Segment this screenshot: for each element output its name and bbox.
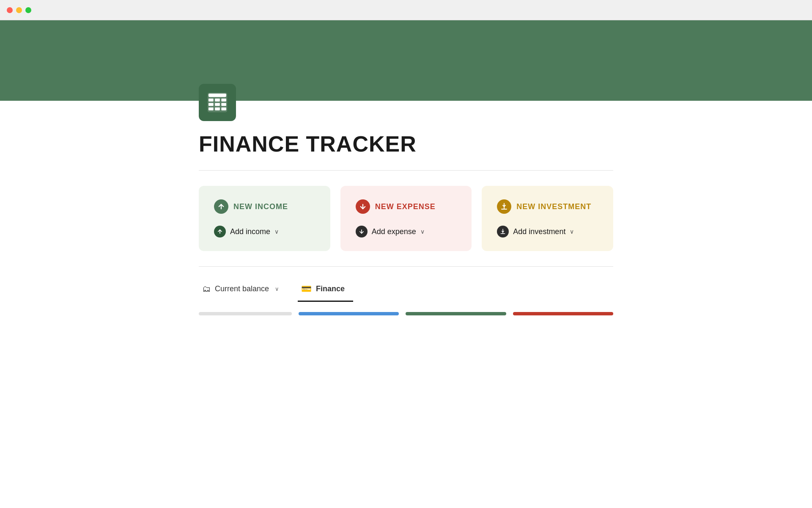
add-investment-label: Add investment bbox=[513, 227, 565, 236]
divider-top bbox=[199, 170, 613, 171]
add-investment-icon bbox=[497, 226, 509, 237]
svg-rect-7 bbox=[221, 103, 226, 106]
tab-finance[interactable]: 💳 Finance bbox=[298, 279, 353, 302]
income-card-title: NEW INCOME bbox=[233, 202, 288, 211]
close-button[interactable] bbox=[7, 7, 13, 13]
maximize-button[interactable] bbox=[25, 7, 31, 13]
current-balance-icon: 🗂 bbox=[202, 284, 211, 294]
chart-bar-blue bbox=[299, 312, 399, 315]
svg-rect-10 bbox=[221, 108, 226, 110]
investment-card-header: NEW INVESTMENT bbox=[497, 199, 598, 214]
add-expense-label: Add expense bbox=[372, 227, 416, 236]
expense-card: NEW EXPENSE Add expense ∨ bbox=[340, 186, 472, 251]
current-balance-label: Current balance bbox=[215, 284, 269, 293]
expense-card-title: NEW EXPENSE bbox=[375, 202, 436, 211]
expense-icon bbox=[356, 199, 370, 214]
expense-chevron-icon: ∨ bbox=[420, 228, 425, 235]
income-chevron-icon: ∨ bbox=[274, 228, 279, 235]
add-income-icon bbox=[214, 226, 226, 237]
investment-chevron-icon: ∨ bbox=[570, 228, 574, 235]
tab-current-balance[interactable]: 🗂 Current balance ∨ bbox=[199, 279, 288, 302]
chart-bar-green bbox=[406, 312, 506, 315]
cards-row: NEW INCOME Add income ∨ bbox=[199, 186, 613, 251]
divider-bottom bbox=[199, 266, 613, 267]
svg-rect-3 bbox=[215, 99, 220, 102]
page-title: FINANCE TRACKER bbox=[199, 131, 613, 157]
finance-icon: 💳 bbox=[301, 284, 312, 294]
add-expense-icon bbox=[356, 226, 368, 237]
app-icon bbox=[199, 84, 236, 121]
svg-rect-4 bbox=[221, 99, 226, 102]
add-income-label: Add income bbox=[230, 227, 270, 236]
minimize-button[interactable] bbox=[16, 7, 22, 13]
app-icon-container bbox=[199, 84, 613, 121]
svg-rect-1 bbox=[208, 94, 226, 97]
add-investment-button[interactable]: Add investment ∨ bbox=[497, 226, 598, 237]
investment-card-title: NEW INVESTMENT bbox=[516, 202, 591, 211]
tabs-row: 🗂 Current balance ∨ 💳 Finance bbox=[199, 279, 613, 302]
title-bar bbox=[0, 0, 812, 20]
svg-rect-8 bbox=[208, 108, 214, 110]
chart-preview-row bbox=[199, 312, 613, 315]
investment-card: NEW INVESTMENT Add investment ∨ bbox=[482, 186, 613, 251]
income-card-header: NEW INCOME bbox=[214, 199, 315, 214]
finance-label: Finance bbox=[316, 284, 345, 293]
svg-rect-9 bbox=[215, 108, 220, 110]
svg-rect-6 bbox=[215, 103, 220, 106]
income-card: NEW INCOME Add income ∨ bbox=[199, 186, 330, 251]
svg-rect-5 bbox=[208, 103, 214, 106]
current-balance-chevron: ∨ bbox=[275, 286, 279, 292]
income-icon bbox=[214, 199, 228, 214]
chart-bar-red bbox=[513, 312, 613, 315]
expense-card-header: NEW EXPENSE bbox=[356, 199, 457, 214]
add-income-button[interactable]: Add income ∨ bbox=[214, 226, 315, 237]
svg-rect-2 bbox=[208, 99, 214, 102]
investment-icon bbox=[497, 199, 511, 214]
add-expense-button[interactable]: Add expense ∨ bbox=[356, 226, 457, 237]
chart-bar-placeholder bbox=[199, 312, 292, 315]
